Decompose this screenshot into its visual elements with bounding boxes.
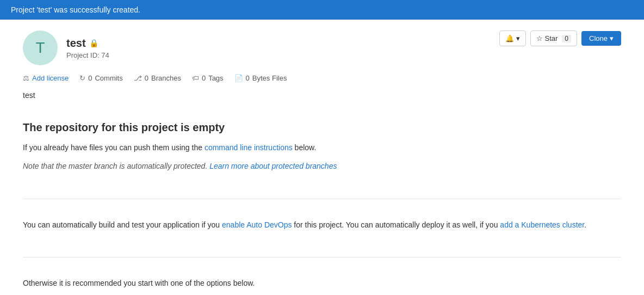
star-button[interactable]: ☆ Star 0 [530,30,578,46]
star-count: 0 [562,35,571,42]
lock-icon: 🔒 [89,39,98,47]
license-stat: ⚖ Add license [23,74,69,82]
kubernetes-link[interactable]: add a Kubernetes cluster [500,220,584,229]
push-text-after: below. [293,143,317,152]
files-icon: 📄 [234,74,243,82]
tags-count: 0 [202,74,206,82]
avatar-letter: T [35,39,45,57]
star-icon: ☆ [536,34,543,42]
license-icon: ⚖ [23,74,29,82]
commits-stat: ↻ 0 Commits [79,74,123,82]
devops-end: . [584,220,586,229]
tags-stat: 🏷 0 Tags [192,74,224,82]
project-id: Project ID: 74 [66,51,109,59]
project-actions: 🔔 ▾ ☆ Star 0 Clone ▾ [499,30,622,46]
tags-icon: 🏷 [192,74,199,82]
branches-count: 0 [145,74,148,82]
note-before: Note that the master branch is automatic… [23,162,209,170]
auto-devops-link[interactable]: enable Auto DevOps [222,220,292,229]
project-left: T test 🔒 Project ID: 74 [23,30,109,65]
branches-stat: ⎇ 0 Branches [134,74,181,82]
notification-message: Project 'test' was successfully created. [11,5,140,14]
empty-repo-title: The repository for this project is empty [23,121,621,134]
project-name: test [66,37,86,50]
project-info: test 🔒 Project ID: 74 [66,37,109,59]
protected-branches-link[interactable]: Learn more about protected branches [209,162,337,170]
commits-label: Commits [95,74,122,82]
commits-icon: ↻ [79,74,85,82]
divider-2 [23,257,621,257]
branches-icon: ⎇ [134,74,142,82]
devops-before: You can automatically build and test you… [23,220,222,229]
branches-label: Branches [151,74,181,82]
avatar: T [23,30,58,65]
project-description: test [23,91,621,100]
notify-button[interactable]: 🔔 ▾ [499,30,526,46]
options-section: Otherwise it is recommended you start wi… [23,268,621,295]
note-text: Note that the master branch is automatic… [23,160,621,172]
project-title: test 🔒 [66,37,109,50]
project-header: T test 🔒 Project ID: 74 🔔 ▾ ☆ Star 0 C [23,30,621,65]
otherwise-text: Otherwise it is recommended you start wi… [23,277,621,289]
bell-icon: 🔔 [505,34,514,42]
notification-bar: Project 'test' was successfully created. [0,0,644,20]
clone-label: Clone [589,34,608,42]
main-content: T test 🔒 Project ID: 74 🔔 ▾ ☆ Star 0 C [12,20,632,295]
bytes-count: 0 [246,74,250,82]
clone-chevron-icon: ▾ [610,34,614,42]
commits-count: 0 [88,74,92,82]
devops-middle: for this project. You can automatically … [292,220,500,229]
clone-button[interactable]: Clone ▾ [581,31,621,46]
notify-chevron-icon: ▾ [516,34,520,42]
star-label: Star [545,34,558,42]
devops-text: You can automatically build and test you… [23,219,621,231]
stats-bar: ⚖ Add license ↻ 0 Commits ⎇ 0 Branches 🏷… [23,74,621,82]
add-license-link[interactable]: Add license [32,74,69,82]
push-info-text: If you already have files you can push t… [23,142,621,153]
empty-repo-section: The repository for this project is empty… [23,113,621,188]
files-stat: 📄 0 Bytes Files [234,74,287,82]
push-text-before: If you already have files you can push t… [23,143,205,152]
bytes-label: Bytes Files [252,74,287,82]
command-line-link[interactable]: command line instructions [205,143,293,152]
devops-section: You can automatically build and test you… [23,210,621,246]
divider-1 [23,199,621,199]
tags-label: Tags [208,74,223,82]
